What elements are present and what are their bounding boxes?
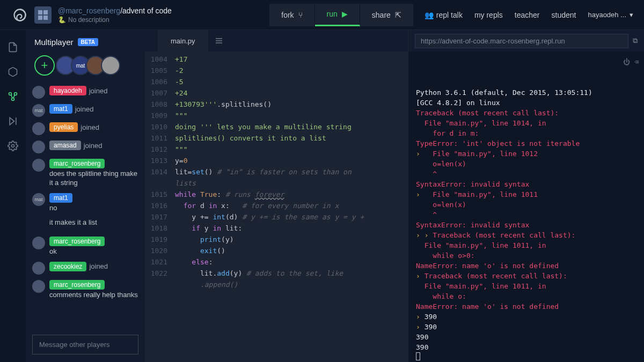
output-panel: https://advent-of-code.marc-rosenberg.re… (408, 30, 644, 362)
participant-avatar[interactable] (101, 56, 120, 75)
chat-avatar (32, 86, 45, 99)
tab-mainpy[interactable]: main.py (158, 30, 208, 51)
editor-tabs: main.py (145, 30, 408, 51)
chat-username: marc_rosenberg (49, 280, 105, 290)
exit-icon[interactable]: ⏻ (623, 57, 630, 67)
settings-icon[interactable] (8, 141, 18, 151)
activity-rail (0, 30, 26, 362)
svg-rect-1 (38, 10, 42, 14)
console[interactable]: ⏻ ⌫ Python 3.6.1 (default, Dec 2015, 13:… (408, 51, 644, 362)
open-external-icon[interactable]: ⧉ (633, 36, 638, 45)
chat-message: ok (49, 247, 105, 256)
chat-avatar (32, 159, 45, 172)
chat-feed: hayaodehjoinedmatmat1joinedpyeliasjoined… (26, 81, 145, 329)
chat-item: marc_rosenbergdoes the splitline thing m… (32, 156, 141, 190)
chat-username: hayaodeh (49, 86, 86, 95)
chat-item: amasadjoined (32, 138, 141, 156)
teacher-link[interactable]: teacher (515, 11, 540, 19)
svg-rect-11 (216, 38, 222, 39)
repl-talk-link[interactable]: 👥repl talk (425, 11, 463, 19)
svg-rect-4 (43, 16, 48, 20)
python-icon: 🐍 (58, 16, 66, 24)
chat-username: amasad (49, 141, 81, 150)
chat-avatar (32, 262, 45, 275)
multiplayer-title: Multiplayer (34, 38, 74, 47)
header-actions: fork⑂ run▶ share⇱ (269, 4, 414, 26)
run-button[interactable]: run▶ (315, 4, 360, 26)
chat-avatar (32, 280, 45, 293)
chat-message: comments really help thanks (49, 291, 138, 300)
header: @marc_rosenberg /advent of code 🐍 No des… (0, 0, 644, 30)
user-menu[interactable]: hayaodeh ...▾ (588, 11, 633, 19)
repl-title: /advent of code (120, 6, 172, 15)
chat-item: pyeliasjoined (32, 120, 141, 138)
add-user-button[interactable]: + (34, 55, 55, 76)
chat-message: it makes it a list (49, 218, 97, 227)
chat-input[interactable]: Message other players (32, 335, 138, 354)
svg-rect-2 (43, 10, 48, 14)
chat-item: marc_rosenbergok (32, 234, 141, 259)
svg-marker-8 (10, 117, 14, 124)
chat-item: hayaodehjoined (32, 83, 141, 101)
chevron-down-icon: ▾ (630, 11, 633, 19)
multiplayer-panel: Multiplayer BETA + mat hayaodehjoinedmat… (26, 30, 145, 362)
repl-description: 🐍 No description (58, 16, 172, 24)
code-editor[interactable]: 1004100510061007100810091010101110121013… (145, 51, 408, 362)
tab-menu[interactable] (208, 30, 230, 51)
play-icon: ▶ (342, 10, 348, 18)
chat-item: it makes it a list (32, 216, 141, 234)
chat-item: matmat1joined (32, 101, 141, 120)
people-icon: 👥 (425, 11, 434, 19)
url-input[interactable]: https://advent-of-code.marc-rosenberg.re… (415, 34, 628, 48)
svg-rect-3 (38, 16, 42, 20)
package-icon[interactable] (8, 67, 18, 77)
chat-avatar: mat (32, 104, 45, 117)
chat-username: mat1 (49, 104, 72, 114)
chat-avatar (32, 141, 45, 153)
chat-item: marc_rosenbergcomments really help thank… (32, 277, 141, 302)
chat-username: zecookiez (49, 262, 86, 271)
owner-link[interactable]: @marc_rosenberg (58, 6, 120, 15)
chat-avatar (32, 237, 45, 249)
editor: main.py 10041005100610071008100910101011… (145, 30, 408, 362)
svg-rect-12 (216, 40, 222, 41)
share-icon: ⇱ (395, 11, 401, 19)
share-button[interactable]: share⇱ (360, 4, 414, 26)
chat-message: no (49, 204, 72, 213)
url-bar: https://advent-of-code.marc-rosenberg.re… (408, 30, 644, 51)
chat-message: does the splitline thing make it a strin… (49, 169, 141, 188)
replit-logo[interactable] (11, 6, 29, 24)
participants-row: + mat (26, 52, 145, 81)
chat-username: marc_rosenberg (49, 237, 105, 246)
fork-icon: ⑂ (298, 11, 303, 19)
chat-username: pyelias (49, 122, 78, 132)
chat-avatar (32, 122, 45, 135)
multiplayer-icon[interactable] (8, 91, 18, 102)
fork-button[interactable]: fork⑂ (269, 4, 314, 26)
student-link[interactable]: student (552, 11, 576, 19)
svg-rect-13 (216, 42, 222, 43)
file-icon[interactable] (8, 42, 18, 53)
chat-avatar: mat (32, 193, 45, 206)
chat-username: mat1 (49, 193, 72, 203)
clear-icon[interactable]: ⌫ (634, 57, 639, 67)
chat-item: zecookiezjoined (32, 259, 141, 277)
svg-point-10 (12, 145, 14, 147)
beta-badge: BETA (78, 38, 98, 46)
debugger-icon[interactable] (8, 116, 18, 127)
chat-item: matmat1no (32, 190, 141, 216)
my-repls-link[interactable]: my repls (474, 11, 503, 19)
chat-username: marc_rosenberg (49, 159, 105, 168)
repl-avatar (34, 6, 52, 24)
